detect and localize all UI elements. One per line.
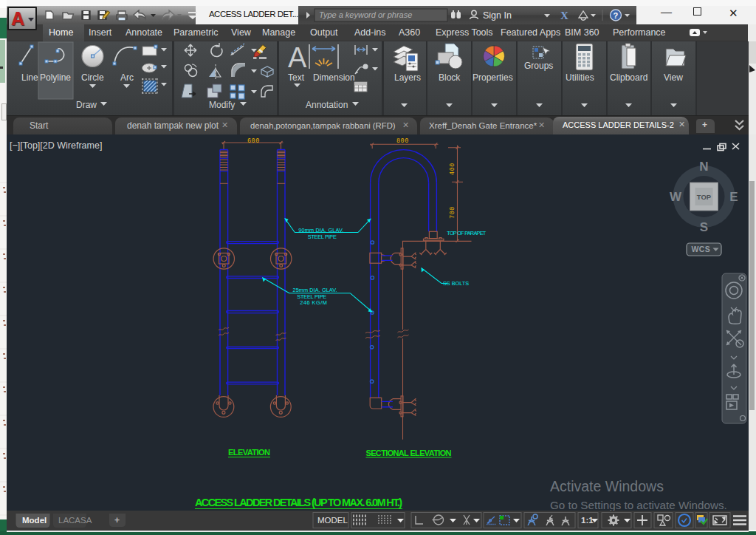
- svg-text:600: 600: [247, 137, 260, 145]
- svg-text:Annotation: Annotation: [306, 100, 348, 110]
- svg-text:Polyline: Polyline: [40, 72, 71, 83]
- svg-text:View: View: [664, 72, 683, 83]
- svg-text:700: 700: [449, 206, 456, 219]
- svg-text:S: S: [700, 220, 708, 234]
- svg-text:Line: Line: [21, 72, 38, 83]
- svg-text:Text: Text: [288, 72, 305, 83]
- svg-text:X: X: [560, 10, 568, 21]
- svg-text:N: N: [699, 160, 708, 174]
- svg-text:TOP: TOP: [697, 193, 712, 201]
- svg-text:Layers: Layers: [394, 72, 421, 83]
- svg-text:?: ?: [614, 11, 619, 20]
- svg-text:Model: Model: [22, 516, 47, 525]
- svg-text:Dimension: Dimension: [313, 72, 355, 83]
- svg-text:+: +: [114, 515, 120, 525]
- svg-text:ELEVATION: ELEVATION: [228, 448, 270, 457]
- svg-text:Utilities: Utilities: [566, 72, 594, 83]
- svg-text:400: 400: [449, 163, 456, 175]
- svg-text:Clipboard: Clipboard: [610, 72, 647, 83]
- svg-text:Groups: Groups: [524, 61, 553, 71]
- svg-text:[−][Top][2D Wireframe]: [−][Top][2D Wireframe]: [10, 140, 102, 151]
- svg-text:MODEL: MODEL: [317, 516, 348, 525]
- svg-text:W: W: [670, 190, 682, 204]
- svg-text:WCS: WCS: [692, 245, 711, 253]
- svg-text:Arc: Arc: [120, 72, 134, 83]
- svg-text:Type a keyword or phrase: Type a keyword or phrase: [319, 10, 412, 19]
- svg-text:Draw: Draw: [76, 100, 97, 110]
- svg-text:25mm DIA. GLAV.: 25mm DIA. GLAV.: [293, 287, 337, 293]
- svg-text:800: 800: [396, 137, 409, 145]
- svg-text:Modify: Modify: [209, 100, 235, 110]
- svg-text:Activate Windows: Activate Windows: [550, 478, 664, 494]
- svg-text:246 KG/M: 246 KG/M: [300, 299, 327, 306]
- svg-text:1:1: 1:1: [581, 516, 594, 525]
- svg-text:Circle: Circle: [81, 72, 104, 83]
- svg-text:A: A: [288, 42, 307, 73]
- svg-text:Sign In: Sign In: [483, 10, 512, 21]
- svg-text:TOP OF PARAPET: TOP OF PARAPET: [447, 230, 487, 236]
- svg-text:STEEL PIPE: STEEL PIPE: [308, 234, 337, 240]
- svg-text:Block: Block: [439, 72, 461, 83]
- svg-text:ACCESS LADDER DETAILS (UP TO M: ACCESS LADDER DETAILS (UP TO MAX. 6.0M H…: [195, 497, 402, 508]
- svg-text:Go to Settings to activate Win: Go to Settings to activate Windows.: [550, 499, 727, 511]
- svg-text:Properties: Properties: [472, 72, 513, 83]
- svg-text:LACASA: LACASA: [58, 516, 92, 525]
- svg-text:E: E: [729, 190, 738, 204]
- svg-text:SECTIONAL ELEVATION: SECTIONAL ELEVATION: [366, 449, 452, 457]
